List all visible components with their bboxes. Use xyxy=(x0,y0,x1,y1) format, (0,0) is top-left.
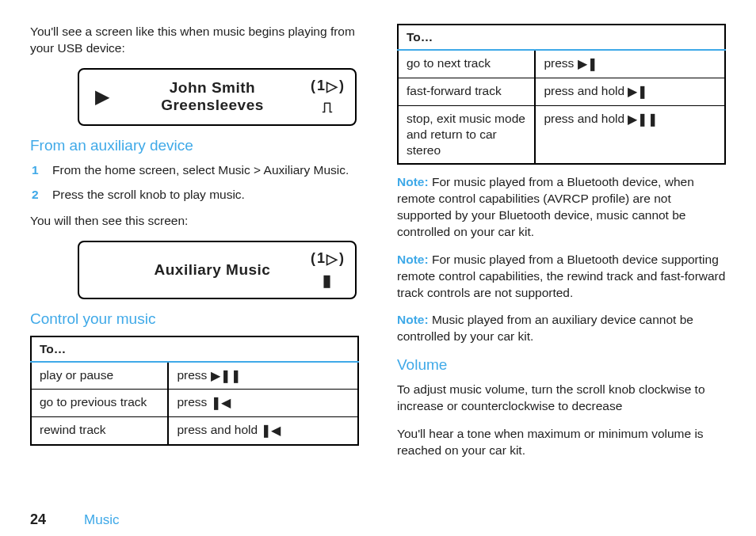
right-column: To… go to next track press ▶❚ fast-forwa… xyxy=(397,24,726,507)
step-text: From the home screen, select Music > Aux… xyxy=(52,163,349,177)
section-name: Music xyxy=(84,512,119,528)
note-1: Note: For music played from a Bluetooth … xyxy=(397,174,726,241)
volume-p1: To adjust music volume, turn the scroll … xyxy=(397,382,726,415)
action-cell: press and hold ▶❚❚ xyxy=(535,105,725,164)
note-3: Note: Music played from an auxiliary dev… xyxy=(397,312,726,345)
heading-volume: Volume xyxy=(397,356,726,374)
usb-icon: ⎍ xyxy=(323,98,332,116)
page-footer: 24 Music xyxy=(30,507,726,528)
status-num: 1 xyxy=(317,250,325,267)
to-cell: fast-forward track xyxy=(398,78,535,105)
play-pause-icon: ▶❚❚ xyxy=(628,112,658,128)
action-cell: press ▶❚❚ xyxy=(168,362,358,390)
prev-track-icon: ❚◀ xyxy=(261,423,281,439)
screen-usb-playing: ▶ John Smith Greensleeves (1▷) ⎍ xyxy=(78,68,357,126)
to-cell: rewind track xyxy=(31,417,168,445)
status-top-icon: (1▷) xyxy=(311,250,344,268)
aux-after-text: You will then see this screen: xyxy=(30,213,359,230)
table-row: play or pause press ▶❚❚ xyxy=(31,362,358,390)
track-title: Greensleeves xyxy=(114,97,311,114)
to-cell: go to next track xyxy=(398,50,535,78)
aux-steps: 1From the home screen, select Music > Au… xyxy=(30,162,359,203)
control-table-left: To… play or pause press ▶❚❚ go to previo… xyxy=(30,336,359,446)
play-icon: ▶ xyxy=(90,86,114,108)
table-header: To… xyxy=(398,25,725,50)
page-number: 24 xyxy=(30,511,46,528)
note-2: Note: For music played from a Bluetooth … xyxy=(397,252,726,302)
play-pause-icon: ▶❚❚ xyxy=(211,368,241,385)
track-artist: John Smith xyxy=(114,79,311,97)
table-row: stop, exit music mode and return to car … xyxy=(398,105,725,164)
action-cell: press ❚◀ xyxy=(168,390,358,417)
to-cell: play or pause xyxy=(31,362,168,390)
next-track-icon: ▶❚ xyxy=(628,84,647,101)
action-cell: press and hold ❚◀ xyxy=(168,417,358,445)
table-row: go to previous track press ❚◀ xyxy=(31,390,358,417)
prev-track-icon: ❚◀ xyxy=(211,395,231,412)
intro-text: You'll see a screen like this when music… xyxy=(30,24,359,57)
table-row: fast-forward track press and hold ▶❚ xyxy=(398,78,725,105)
table-header: To… xyxy=(31,336,358,362)
volume-p2: You'll hear a tone when maximum or minim… xyxy=(397,426,726,459)
to-cell: stop, exit music mode and return to car … xyxy=(398,105,535,164)
heading-aux: From an auxiliary device xyxy=(30,137,359,154)
table-row: rewind track press and hold ❚◀ xyxy=(31,417,358,445)
next-track-icon: ▶❚ xyxy=(578,56,598,73)
action-cell: press ▶❚ xyxy=(535,50,725,78)
screen-aux-playing: Auxiliary Music (1▷) ▮ xyxy=(78,241,357,299)
to-cell: go to previous track xyxy=(31,390,168,417)
heading-control: Control your music xyxy=(30,310,359,328)
aux-title: Auxiliary Music xyxy=(114,261,311,279)
table-row: go to next track press ▶❚ xyxy=(398,50,725,78)
aux-plug-icon: ▮ xyxy=(323,271,331,290)
action-cell: press and hold ▶❚ xyxy=(535,78,725,105)
step-text: Press the scroll knob to play music. xyxy=(52,188,245,201)
left-column: You'll see a screen like this when music… xyxy=(30,24,359,507)
control-table-right: To… go to next track press ▶❚ fast-forwa… xyxy=(397,24,726,165)
status-num: 1 xyxy=(317,78,325,94)
status-top-icon: (1▷) xyxy=(311,78,344,95)
